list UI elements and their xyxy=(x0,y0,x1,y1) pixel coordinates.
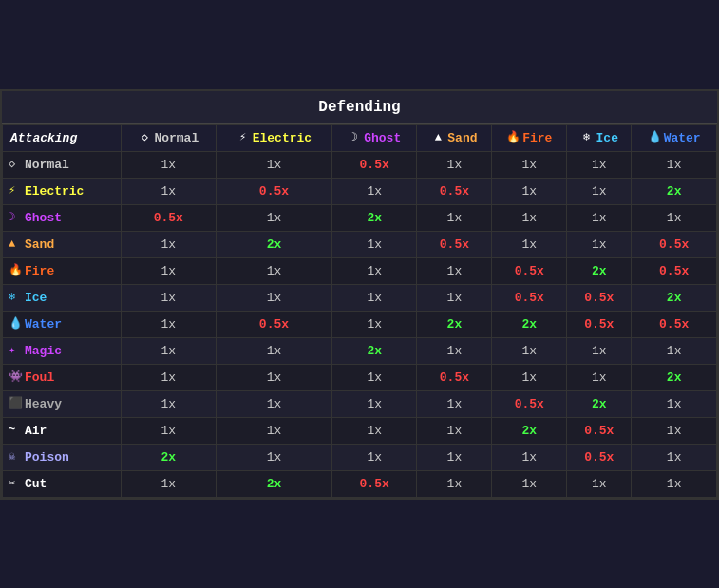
cell-poison-ice: 0.5x xyxy=(567,444,632,470)
cell-ghost-ghost: 2x xyxy=(331,204,417,231)
cell-air-ice: 0.5x xyxy=(567,417,632,444)
cell-magic-sand: 1x xyxy=(417,337,492,364)
heavy-attack-icon: ⬛ xyxy=(9,397,22,410)
col-header-ice: ❄Ice xyxy=(567,124,632,151)
cell-fire-fire: 0.5x xyxy=(492,257,567,284)
cell-magic-water: 1x xyxy=(632,337,717,364)
cell-fire-sand: 1x xyxy=(417,257,492,284)
row-label-air: ~Air xyxy=(3,417,122,444)
row-label-ice: ❄Ice xyxy=(3,284,122,311)
table-row: ✂Cut1x2x0.5x1x1x1x1x xyxy=(3,470,717,497)
row-label-sand: ▲Sand xyxy=(3,231,122,257)
cell-air-water: 1x xyxy=(632,417,717,444)
row-label-water: 💧Water xyxy=(3,311,122,337)
cell-water-ice: 0.5x xyxy=(567,311,632,337)
row-label-ghost: ☽Ghost xyxy=(3,204,122,231)
cell-sand-water: 0.5x xyxy=(632,231,717,257)
cell-water-electric: 0.5x xyxy=(217,311,332,337)
table-row: ⚡Electric1x0.5x1x0.5x1x1x2x xyxy=(3,178,717,204)
cell-cut-water: 1x xyxy=(632,470,717,497)
table-row: ✦Magic1x1x2x1x1x1x1x xyxy=(3,337,717,364)
cell-poison-sand: 1x xyxy=(417,444,492,470)
sand-icon: ▲ xyxy=(431,131,445,144)
cell-water-sand: 2x xyxy=(417,311,492,337)
water-attack-icon: 💧 xyxy=(9,317,22,331)
cell-electric-fire: 1x xyxy=(492,178,567,204)
table-title: Defending xyxy=(2,91,717,124)
row-label-heavy: ⬛Heavy xyxy=(3,390,122,417)
type-chart-container: Defending Attacking ◇Normal⚡Electric☽Gho… xyxy=(0,89,719,500)
cell-electric-ghost: 1x xyxy=(331,178,417,204)
cell-air-sand: 1x xyxy=(417,417,492,444)
cell-normal-electric: 1x xyxy=(217,151,332,178)
cell-foul-normal: 1x xyxy=(121,364,216,390)
cell-normal-normal: 1x xyxy=(121,151,216,178)
cell-cut-ice: 1x xyxy=(567,470,632,497)
cell-sand-ghost: 1x xyxy=(331,231,417,257)
ice-icon: ❄ xyxy=(580,131,594,144)
cell-ice-electric: 1x xyxy=(217,284,332,311)
cell-cut-ghost: 0.5x xyxy=(331,470,417,497)
cell-poison-fire: 1x xyxy=(492,444,567,470)
cell-poison-ghost: 1x xyxy=(331,444,417,470)
cell-poison-water: 1x xyxy=(632,444,717,470)
magic-attack-icon: ✦ xyxy=(9,344,22,357)
cell-magic-normal: 1x xyxy=(121,337,216,364)
poison-attack-icon: ☠ xyxy=(9,450,22,464)
cell-ice-ice: 0.5x xyxy=(567,284,632,311)
fire-attack-icon: 🔥 xyxy=(9,264,22,277)
ghost-icon: ☽ xyxy=(348,131,361,144)
cut-attack-icon: ✂ xyxy=(9,477,22,490)
cell-heavy-normal: 1x xyxy=(121,390,216,417)
cell-cut-electric: 2x xyxy=(217,470,332,497)
cell-cut-normal: 1x xyxy=(121,470,216,497)
cell-fire-electric: 1x xyxy=(217,257,332,284)
water-icon: 💧 xyxy=(648,131,661,144)
table-row: ◇Normal1x1x0.5x1x1x1x1x xyxy=(3,151,717,178)
table-row: ❄Ice1x1x1x1x0.5x0.5x2x xyxy=(3,284,717,311)
cell-heavy-fire: 0.5x xyxy=(492,390,567,417)
fire-icon: 🔥 xyxy=(506,131,520,144)
cell-cut-fire: 1x xyxy=(492,470,567,497)
cell-ghost-fire: 1x xyxy=(492,204,567,231)
cell-heavy-sand: 1x xyxy=(417,390,492,417)
air-attack-icon: ~ xyxy=(9,424,22,437)
cell-water-fire: 2x xyxy=(492,311,567,337)
cell-ghost-ice: 1x xyxy=(567,204,632,231)
cell-electric-water: 2x xyxy=(632,178,717,204)
cell-water-normal: 1x xyxy=(121,311,216,337)
cell-magic-electric: 1x xyxy=(217,337,332,364)
foul-attack-icon: 👾 xyxy=(9,370,22,384)
cell-magic-ice: 1x xyxy=(567,337,632,364)
row-label-magic: ✦Magic xyxy=(3,337,122,364)
cell-heavy-ghost: 1x xyxy=(331,390,417,417)
cell-poison-electric: 1x xyxy=(217,444,332,470)
cell-magic-fire: 1x xyxy=(492,337,567,364)
col-header-ghost: ☽Ghost xyxy=(331,124,417,151)
cell-foul-fire: 1x xyxy=(492,364,567,390)
row-label-foul: 👾Foul xyxy=(3,364,122,390)
type-chart-table: Attacking ◇Normal⚡Electric☽Ghost▲Sand🔥Fi… xyxy=(2,124,717,498)
cell-fire-normal: 1x xyxy=(121,257,216,284)
col-header-sand: ▲Sand xyxy=(417,124,492,151)
cell-normal-sand: 1x xyxy=(417,151,492,178)
row-label-fire: 🔥Fire xyxy=(3,257,122,284)
cell-fire-ice: 2x xyxy=(567,257,632,284)
cell-sand-normal: 1x xyxy=(121,231,216,257)
cell-ice-normal: 1x xyxy=(121,284,216,311)
cell-foul-water: 2x xyxy=(632,364,717,390)
row-label-electric: ⚡Electric xyxy=(3,178,122,204)
table-row: ⬛Heavy1x1x1x1x0.5x2x1x xyxy=(3,390,717,417)
col-header-electric: ⚡Electric xyxy=(217,124,332,151)
cell-ice-ghost: 1x xyxy=(331,284,417,311)
cell-fire-ghost: 1x xyxy=(331,257,417,284)
cell-ghost-sand: 1x xyxy=(417,204,492,231)
table-row: 💧Water1x0.5x1x2x2x0.5x0.5x xyxy=(3,311,717,337)
cell-ghost-normal: 0.5x xyxy=(121,204,216,231)
table-row: ~Air1x1x1x1x2x0.5x1x xyxy=(3,417,717,444)
cell-sand-electric: 2x xyxy=(217,231,332,257)
cell-ghost-electric: 1x xyxy=(217,204,332,231)
table-row: 🔥Fire1x1x1x1x0.5x2x0.5x xyxy=(3,257,717,284)
cell-ghost-water: 1x xyxy=(632,204,717,231)
cell-sand-fire: 1x xyxy=(492,231,567,257)
